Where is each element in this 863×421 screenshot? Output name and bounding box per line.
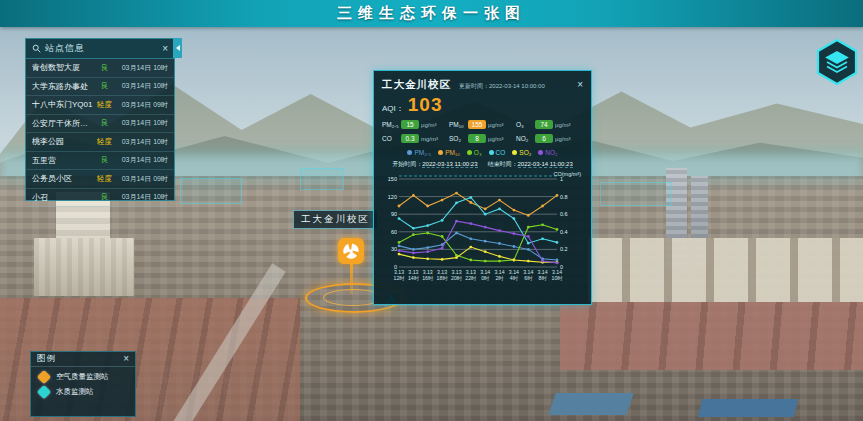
- station-detail-popup: 工大金川校区 更新时间：2022-03-14 10:00:00 × AQI： 1…: [373, 70, 592, 305]
- search-icon: [32, 44, 41, 53]
- app-root: 工大金川校区 三维生态环保一张图 站点信息 × 青创数智大厦良03月14日 10…: [0, 0, 863, 421]
- legend-item[interactable]: O₃: [467, 149, 482, 156]
- station-row[interactable]: 青创数智大厦良03月14日 10时: [26, 59, 174, 78]
- station-name: 小召: [32, 192, 93, 203]
- station-row[interactable]: 十八中东门YQ01轻度03月14日 09时: [26, 96, 174, 115]
- station-name: 青创数智大厦: [32, 62, 93, 73]
- legend-panel-title: 图例: [37, 353, 123, 365]
- legend-label: CO: [496, 149, 506, 156]
- pollutant-value-badge: 8: [468, 134, 486, 143]
- svg-text:120: 120: [388, 194, 397, 200]
- building-blue-roof-2: [698, 399, 798, 417]
- station-name: 大学东路办事处: [32, 81, 93, 92]
- station-rows: 青创数智大厦良03月14日 10时大学东路办事处良03月14日 10时十八中东门…: [26, 59, 174, 207]
- pollutant-unit: μg/m³: [555, 122, 570, 128]
- legend-item[interactable]: NO₂: [538, 149, 557, 156]
- layers-hexagon-button[interactable]: [815, 38, 859, 86]
- station-update-time: 03月14日 10时: [116, 118, 168, 128]
- station-name: 公安厅干休所门口: [32, 118, 93, 129]
- aqi-label: AQI：: [382, 103, 404, 114]
- legend-label: SO₂: [519, 149, 531, 156]
- legend-item[interactable]: PM₂.₅: [407, 149, 431, 156]
- station-row[interactable]: 桃李公园轻度03月14日 10时: [26, 133, 174, 152]
- station-update-time: 03月14日 10时: [116, 63, 168, 73]
- legend-item[interactable]: CO: [489, 149, 506, 156]
- pollutant-unit: μg/m³: [488, 122, 503, 128]
- svg-text:3.1312时: 3.1312时: [394, 269, 406, 281]
- station-aqi-level: 良: [93, 155, 116, 165]
- pinwheel-icon: [341, 241, 361, 261]
- svg-text:60: 60: [391, 229, 397, 235]
- svg-text:30: 30: [391, 246, 397, 252]
- legend-dot: [489, 150, 494, 155]
- map-marker-label[interactable]: 工大金川校区: [293, 210, 378, 229]
- svg-text:CO(mg/m³): CO(mg/m³): [554, 171, 582, 177]
- pollutant-name: CO: [382, 135, 401, 142]
- station-row[interactable]: 小召良03月14日 10时: [26, 189, 174, 208]
- station-update-time: 03月14日 10时: [116, 81, 168, 91]
- station-update-time: 03月14日 09时: [116, 174, 168, 184]
- station-row[interactable]: 五里营良03月14日 10时: [26, 152, 174, 171]
- station-aqi-level: 轻度: [93, 137, 116, 147]
- end-time-value[interactable]: 2022-03-14 11:00:23: [518, 161, 573, 168]
- pollutant-stat: PM₂.₅15μg/m³: [382, 120, 449, 129]
- legend-dot: [538, 150, 543, 155]
- pollutant-name: NO₂: [516, 135, 535, 142]
- pollutant-unit: μg/m³: [421, 122, 436, 128]
- legend-dot: [512, 150, 517, 155]
- station-name: 十八中东门YQ01: [32, 99, 93, 110]
- station-row[interactable]: 公安厅干休所门口良03月14日 10时: [26, 115, 174, 134]
- pollutant-name: O₃: [516, 121, 535, 128]
- svg-text:3.1316时: 3.1316时: [422, 269, 434, 281]
- chevron-left-icon: [173, 45, 180, 51]
- legend-entry: 水质监测站: [31, 382, 135, 397]
- svg-text:90: 90: [391, 211, 397, 217]
- close-icon[interactable]: ×: [577, 80, 583, 90]
- wireframe-overlay: [300, 168, 344, 190]
- close-icon[interactable]: ×: [123, 354, 129, 364]
- station-panel-header: 站点信息 ×: [26, 39, 174, 59]
- svg-text:3.140时: 3.140时: [480, 269, 490, 281]
- svg-text:0.6: 0.6: [560, 211, 568, 217]
- pollutant-unit: μg/m³: [555, 136, 570, 142]
- aqi-value: 103: [408, 94, 443, 116]
- pollutant-stat: O₃74μg/m³: [516, 120, 583, 129]
- legend-label: PM₂.₅: [414, 149, 431, 156]
- popup-header: 工大金川校区 更新时间：2022-03-14 10:00:00 ×: [374, 71, 591, 94]
- close-icon[interactable]: ×: [162, 44, 168, 54]
- svg-text:3.1320时: 3.1320时: [451, 269, 463, 281]
- svg-text:3.142时: 3.142时: [494, 269, 504, 281]
- svg-text:3.1322时: 3.1322时: [465, 269, 477, 281]
- start-time-value[interactable]: 2022-03-13 11:00:23: [422, 161, 477, 168]
- svg-text:150: 150: [388, 176, 397, 182]
- pollutant-name: SO₂: [449, 135, 468, 142]
- legend-entry-label: 水质监测站: [56, 387, 94, 397]
- station-name: 桃李公园: [32, 136, 93, 147]
- station-row[interactable]: 大学东路办事处良03月14日 10时: [26, 78, 174, 97]
- svg-text:3.1410时: 3.1410时: [552, 269, 564, 281]
- legend-label: PM₁₀: [445, 149, 460, 156]
- legend-item[interactable]: SO₂: [512, 149, 531, 156]
- legend-entry-label: 空气质量监测站: [56, 372, 109, 382]
- legend-label: O₃: [474, 149, 482, 156]
- pollutant-value-badge: 6: [535, 134, 553, 143]
- panel-collapse-tab[interactable]: [173, 38, 182, 58]
- station-aqi-level: 良: [93, 63, 116, 73]
- station-row[interactable]: 公务员小区轻度03月14日 09时: [26, 170, 174, 189]
- svg-text:3.144时: 3.144时: [509, 269, 519, 281]
- station-aqi-level: 良: [93, 118, 116, 128]
- station-aqi-level: 轻度: [93, 174, 116, 184]
- pollutant-name: PM₂.₅: [382, 121, 401, 128]
- station-marker-icon[interactable]: [338, 238, 364, 264]
- station-update-time: 03月14日 09时: [116, 100, 168, 110]
- building-white-wing: [34, 238, 134, 296]
- pollutant-grid: PM₂.₅15μg/m³PM₁₀155μg/m³O₃74μg/m³CO0.3mg…: [374, 116, 591, 145]
- pollutant-name: PM₁₀: [449, 121, 468, 128]
- update-time-label: 更新时间：: [459, 83, 489, 89]
- app-header: 三维生态环保一张图: [0, 0, 863, 27]
- pollutant-unit: μg/m³: [488, 136, 503, 142]
- building-slab-row: [588, 238, 863, 302]
- legend-item[interactable]: PM₁₀: [438, 149, 460, 156]
- pollutant-unit: mg/m³: [421, 136, 438, 142]
- station-aqi-level: 良: [93, 192, 116, 202]
